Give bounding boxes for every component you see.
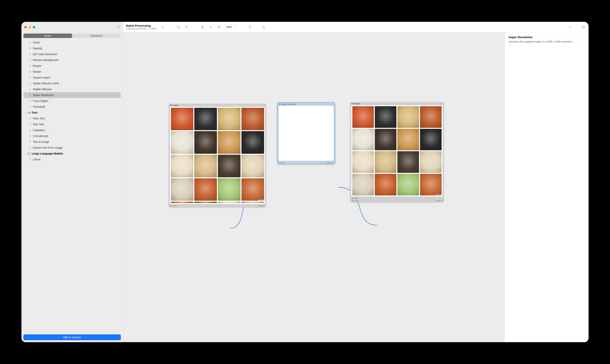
chevron-down-icon: ⌄ bbox=[25, 153, 26, 155]
node-menu-icon[interactable]: ⋯ bbox=[332, 103, 334, 105]
node-library-item[interactable]: Rich Text bbox=[23, 121, 121, 127]
thumbnail bbox=[397, 129, 419, 150]
node-menu-icon[interactable]: ⋯ bbox=[263, 104, 265, 106]
canvas-node-super-resolution[interactable]: ⌘Super Resolution⋯ Input Output bbox=[277, 103, 335, 164]
center-icon[interactable] bbox=[248, 25, 252, 29]
node-group-header[interactable]: ⌄AaText bbox=[23, 110, 121, 116]
share-icon[interactable] bbox=[262, 25, 266, 29]
thumbnail bbox=[218, 108, 240, 130]
node-item-label: Trace Edges bbox=[33, 99, 48, 103]
node-item-label: Square Aspect bbox=[33, 76, 51, 79]
node-library-list: InvertOpacityQR Code GeneratorRemove Bac… bbox=[21, 39, 123, 332]
group-label: Large Language Models bbox=[32, 152, 63, 155]
thumbnail bbox=[171, 155, 194, 177]
node-library-item[interactable]: Capitalize bbox=[23, 127, 121, 133]
sidebar: Nodes Workflows InvertOpacityQR Code Gen… bbox=[21, 22, 123, 342]
thumbnail bbox=[241, 202, 264, 203]
sidebar-tabs: Nodes Workflows bbox=[23, 34, 121, 38]
copy-icon[interactable] bbox=[177, 25, 181, 29]
zoom-selector[interactable]: 65% bbox=[224, 24, 238, 30]
node-group-header[interactable]: ⌄💬Large Language Models bbox=[23, 151, 121, 156]
port-input-label: Images bbox=[354, 200, 359, 202]
inspector-description: Upscales the supplied image to a 2048 x … bbox=[508, 40, 585, 46]
node-item-label: Concatenate bbox=[33, 134, 48, 138]
node-library-item[interactable]: Text to Image bbox=[23, 139, 121, 145]
node-library-item[interactable]: Plain Text bbox=[23, 116, 121, 121]
thumbnail bbox=[171, 178, 194, 201]
node-library-item[interactable]: QR Code Generator bbox=[23, 51, 121, 57]
thumbnail bbox=[397, 174, 419, 195]
chevron-down-icon bbox=[233, 26, 236, 28]
node-item-label: Threshold bbox=[33, 105, 45, 108]
zoom-value: 65% bbox=[227, 26, 232, 28]
svg-rect-62 bbox=[218, 26, 220, 28]
node-library-item[interactable]: Super Resolution bbox=[23, 92, 121, 98]
titlebar-left bbox=[21, 22, 123, 32]
thumbnail bbox=[241, 131, 264, 154]
thumbnail bbox=[194, 202, 217, 203]
undo-icon[interactable] bbox=[161, 25, 165, 29]
port-output-label: Output bbox=[327, 162, 331, 164]
node-item-label: Super Resolution bbox=[33, 93, 54, 97]
svg-rect-0 bbox=[117, 26, 120, 28]
canvas-node-images-output[interactable]: ⌘Images⋯ Clear Image Images Image bbox=[350, 102, 444, 202]
main-area: Batch Processing Odyssey Document — Edit… bbox=[123, 22, 589, 342]
toggle-sidebar-icon[interactable] bbox=[117, 25, 120, 29]
delete-icon[interactable] bbox=[200, 25, 205, 29]
node-grip-icon: ⌘ bbox=[279, 103, 280, 105]
node-library-item[interactable]: Threshold bbox=[23, 104, 121, 110]
thumbnail bbox=[420, 174, 441, 195]
node-library-item[interactable]: Stable Diffusion bbox=[23, 86, 121, 92]
thumbnail bbox=[352, 174, 374, 195]
tab-workflows[interactable]: Workflows bbox=[72, 34, 121, 38]
node-library-item[interactable]: Resize bbox=[23, 63, 121, 69]
thumbnail bbox=[420, 151, 441, 173]
thumbnail bbox=[375, 129, 396, 150]
add-to-canvas-button[interactable]: Add to Canvas bbox=[23, 334, 121, 340]
node-item-label: Stable Diffusion (API) bbox=[33, 82, 59, 85]
thumbnail bbox=[241, 178, 264, 201]
node-item-label: Llama bbox=[33, 158, 40, 161]
canvas[interactable]: ⌘Images⋯ Clear Image Image ⌘Super Resolu… bbox=[123, 32, 505, 342]
clear-button[interactable]: Clear bbox=[436, 195, 442, 197]
thumbnail bbox=[375, 106, 396, 128]
node-library-item[interactable]: Trace Edges bbox=[23, 98, 121, 104]
node-grip-icon: ⌘ bbox=[170, 104, 172, 106]
node-library-item[interactable]: Llama bbox=[23, 156, 121, 162]
thumbnail bbox=[241, 108, 264, 130]
thumbnail bbox=[420, 129, 441, 150]
canvas-node-images-input[interactable]: ⌘Images⋯ Clear Image Image bbox=[169, 104, 266, 207]
fit-view-icon[interactable] bbox=[217, 25, 221, 29]
thumbnail bbox=[241, 155, 264, 177]
chevron-down-icon: ⌄ bbox=[25, 112, 26, 114]
thumbnail bbox=[420, 106, 441, 128]
node-library-item[interactable]: Remove Background bbox=[23, 57, 121, 63]
paste-icon[interactable] bbox=[184, 25, 189, 29]
overflow-icon[interactable] bbox=[568, 25, 572, 29]
node-grip-icon: ⌘ bbox=[351, 103, 353, 105]
node-title: Super Resolution bbox=[281, 103, 331, 105]
node-library-item[interactable]: Stable Diffusion (API) bbox=[23, 80, 121, 86]
zoom-window-button[interactable] bbox=[33, 26, 35, 28]
node-library-item[interactable]: Concatenate bbox=[23, 133, 121, 139]
node-item-label: Rich Text bbox=[33, 123, 44, 126]
close-window-button[interactable] bbox=[24, 26, 27, 28]
node-item-label: Invert bbox=[33, 41, 40, 44]
thumbnail bbox=[375, 174, 396, 195]
minimize-window-button[interactable] bbox=[28, 26, 31, 28]
thumbnail bbox=[171, 202, 194, 203]
node-library-item[interactable]: Invert bbox=[23, 39, 121, 45]
clear-button[interactable]: Clear bbox=[258, 200, 264, 202]
node-item-label: Text to Image bbox=[33, 140, 49, 143]
app-window: Nodes Workflows InvertOpacityQR Code Gen… bbox=[21, 22, 589, 342]
redo-icon[interactable] bbox=[169, 25, 173, 29]
content-row: ⌘Images⋯ Clear Image Image ⌘Super Resolu… bbox=[123, 32, 589, 342]
tab-nodes[interactable]: Nodes bbox=[23, 34, 72, 38]
toggle-inspector-icon[interactable] bbox=[581, 25, 585, 29]
node-menu-icon[interactable]: ⋯ bbox=[441, 103, 442, 105]
node-library-item[interactable]: Square Aspect bbox=[23, 75, 121, 80]
node-library-item[interactable]: Rotate bbox=[23, 69, 121, 75]
node-library-item[interactable]: Extract Text From Image bbox=[23, 145, 121, 151]
play-icon[interactable] bbox=[208, 25, 213, 29]
node-library-item[interactable]: Opacity bbox=[23, 45, 121, 51]
